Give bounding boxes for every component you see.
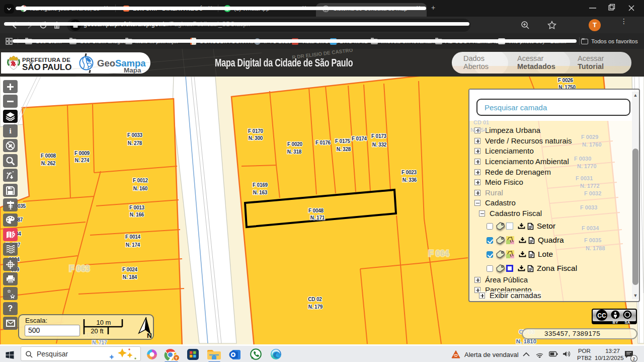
svg-text:F 0008: F 0008 (41, 153, 56, 159)
svg-text:N. 336: N. 336 (403, 177, 417, 183)
svg-text:N. 300: N. 300 (249, 135, 263, 141)
svg-text:F 0175: F 0175 (335, 138, 351, 144)
svg-text:F 0170: F 0170 (248, 128, 264, 134)
svg-text:F 0024: F 0024 (122, 267, 138, 272)
svg-text:N. 332: N. 332 (372, 142, 387, 148)
svg-text:N. 163: N. 163 (253, 190, 268, 195)
svg-text:20 ft: 20 ft (91, 327, 104, 335)
svg-text:F 0013: F 0013 (129, 205, 145, 210)
svg-text:F 063: F 063 (69, 264, 90, 273)
svg-text:N. 179: N. 179 (308, 304, 323, 310)
svg-text:F 0169: F 0169 (253, 182, 268, 188)
svg-text:F 0023: F 0023 (401, 170, 417, 175)
svg-text:F 064: F 064 (429, 249, 449, 258)
svg-text:N. 166: N. 166 (130, 212, 144, 218)
svg-text:N. 278: N. 278 (128, 140, 142, 146)
svg-text:N. 717: N. 717 (92, 340, 107, 344)
svg-text:N. 318: N. 318 (287, 149, 302, 155)
svg-text:BY: BY (612, 320, 618, 325)
svg-text:F 0176: F 0176 (315, 140, 331, 146)
svg-text:F 0048: F 0048 (308, 208, 324, 213)
svg-text:N. 328: N. 328 (337, 147, 351, 152)
svg-text:CD 02: CD 02 (308, 297, 322, 302)
svg-text:N. 262: N. 262 (41, 161, 56, 166)
svg-text:N: N (147, 332, 152, 339)
svg-text:F 0026: F 0026 (558, 78, 574, 83)
svg-text:N. 160: N. 160 (133, 186, 148, 191)
svg-text:F 0014: F 0014 (125, 234, 141, 240)
svg-text:N. 174: N. 174 (126, 242, 140, 248)
svg-text:N. 274: N. 274 (75, 158, 90, 163)
svg-text:F 0012: F 0012 (133, 178, 148, 183)
svg-text:CC: CC (597, 312, 606, 319)
svg-text:F 0174: F 0174 (352, 136, 367, 141)
svg-text:F 0033: F 0033 (127, 132, 143, 138)
svg-text:F 0009: F 0009 (74, 151, 90, 156)
svg-text:F 0020: F 0020 (287, 141, 303, 147)
svg-text:N. 171: N. 171 (310, 215, 325, 221)
svg-text:N. 184: N. 184 (123, 274, 137, 280)
svg-text:F 0173: F 0173 (371, 133, 387, 139)
svg-text:10 m: 10 m (97, 319, 111, 326)
svg-text:2: 2 (632, 356, 635, 361)
svg-text:SA: SA (624, 320, 630, 325)
